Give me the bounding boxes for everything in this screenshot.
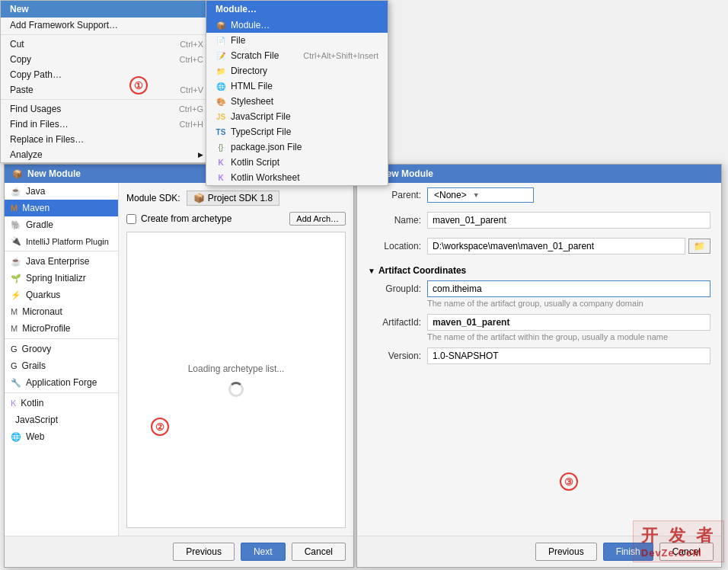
sdk-dropdown[interactable]: 📦 Project SDK 1.8 <box>187 191 279 206</box>
directory-icon: 📁 <box>216 66 226 76</box>
sdk-label: Module SDK: <box>126 193 180 203</box>
module-type-microprofile[interactable]: M MicroProfile <box>5 320 118 337</box>
artifactid-label: ArtifactId: <box>368 317 421 328</box>
menu-item-label: Analyze <box>10 149 43 160</box>
module-type-intellij-plugin[interactable]: 🔌 IntelliJ Platform Plugin <box>5 233 118 249</box>
module-type-label: Gradle <box>26 219 53 230</box>
module-type-web[interactable]: 🌐 Web <box>5 428 118 445</box>
archetype-checkbox-row: Create from archetype Add Arch… <box>126 212 346 226</box>
callout-1: ① <box>129 76 148 94</box>
submenu-item-directory[interactable]: 📁 Directory <box>206 63 388 78</box>
micronaut-icon: M <box>11 307 18 316</box>
sidebar-separator <box>5 251 118 251</box>
quarkus-icon: ⚡ <box>11 290 21 300</box>
module-type-label: Kotlin <box>21 398 43 408</box>
callout-1-text: ① <box>134 80 143 91</box>
menu-item-paste[interactable]: Paste Ctrl+V <box>1 82 212 98</box>
module-type-kotlin[interactable]: K Kotlin <box>5 395 118 411</box>
cancel-button-left[interactable]: Cancel <box>292 543 346 561</box>
menu-item-shortcut: Ctrl+X <box>180 40 203 49</box>
location-browse-button[interactable]: 📁 <box>688 239 710 254</box>
menu-item-analyze[interactable]: Analyze <box>1 147 212 162</box>
dialog-left-footer: Previous Next Cancel <box>5 536 353 567</box>
module-type-quarkus[interactable]: ⚡ Quarkus <box>5 287 118 303</box>
module-type-label: Application Forge <box>26 377 97 388</box>
submenu-header: Module… <box>206 1 388 18</box>
name-input[interactable] <box>427 212 710 229</box>
location-input[interactable] <box>427 238 685 255</box>
sdk-row: Module SDK: 📦 Project SDK 1.8 <box>126 191 346 206</box>
submenu-item-shortcut: Ctrl+Alt+Shift+Insert <box>303 51 378 60</box>
menu-item-add-framework[interactable]: Add Framework Support… <box>1 18 212 33</box>
submenu-item-html[interactable]: 🌐 HTML File <box>206 78 388 94</box>
menu-item-find-in-files[interactable]: Find in Files… Ctrl+H <box>1 117 212 132</box>
module-type-maven[interactable]: M Maven <box>5 200 118 216</box>
submenu-item-package-json[interactable]: {} package.json File <box>206 139 388 155</box>
menu-item-replace[interactable]: Replace in Files… <box>1 132 212 147</box>
previous-button-left[interactable]: Previous <box>173 543 235 561</box>
module-type-label: JavaScript <box>15 415 58 425</box>
groupid-input[interactable] <box>427 280 710 297</box>
artifact-section-header[interactable]: ▼ Artifact Coordinates <box>357 259 721 279</box>
parent-dropdown[interactable]: <None> ▼ <box>427 187 534 203</box>
submenu-item-label: File <box>231 35 245 46</box>
submenu-item-ts[interactable]: TS TypeScript File <box>206 124 388 139</box>
artifactid-hint: The name of the artifact within the grou… <box>357 332 721 341</box>
version-input[interactable] <box>427 347 710 364</box>
callout-3: ③ <box>560 472 578 491</box>
location-row: Location: 📁 <box>357 233 721 259</box>
callout-2-text: ② <box>155 421 164 433</box>
module-type-appforge[interactable]: 🔧 Application Forge <box>5 374 118 391</box>
submenu-item-kotlin-script[interactable]: K Kotlin Script <box>206 155 388 170</box>
submenu-item-scratch[interactable]: 📝 Scratch File Ctrl+Alt+Shift+Insert <box>206 48 388 63</box>
menu-item-label: Find in Files… <box>10 119 69 130</box>
menu-item-copy-path[interactable]: Copy Path… <box>1 67 212 82</box>
submenu-item-content: K Kotlin Script <box>216 157 279 168</box>
module-type-micronaut[interactable]: M Micronaut <box>5 303 118 320</box>
previous-button-right[interactable]: Previous <box>535 543 597 561</box>
module-type-java[interactable]: ☕ Java <box>5 183 118 200</box>
submenu-item-file[interactable]: 📄 File <box>206 33 388 48</box>
module-type-groovy[interactable]: G Groovy <box>5 341 118 357</box>
module-type-label: Micronaut <box>22 306 62 317</box>
module-type-label: Maven <box>22 203 49 213</box>
submenu-item-content: 📁 Directory <box>216 66 267 76</box>
menu-separator-1 <box>1 34 212 35</box>
menu-separator-2 <box>1 99 212 100</box>
intellij-icon: 🔌 <box>11 236 21 246</box>
add-archetype-button[interactable]: Add Arch… <box>289 212 346 226</box>
module-type-label: Java <box>26 186 45 197</box>
module-type-spring[interactable]: 🌱 Spring Initializr <box>5 270 118 287</box>
menu-item-find-usages[interactable]: Find Usages Ctrl+G <box>1 101 212 117</box>
gradle-icon: 🐘 <box>11 220 21 230</box>
submenu-item-module[interactable]: 📦 Module… <box>206 18 388 33</box>
module-type-gradle[interactable]: 🐘 Gradle <box>5 216 118 233</box>
microprofile-icon: M <box>11 324 18 333</box>
module-type-javascript[interactable]: JavaScript <box>5 411 118 428</box>
next-button[interactable]: Next <box>241 543 286 561</box>
module-type-grails[interactable]: G Grails <box>5 357 118 374</box>
module-icon: 📦 <box>216 20 226 30</box>
submenu-item-js[interactable]: JS JavaScript File <box>206 109 388 124</box>
module-type-label: IntelliJ Platform Plugin <box>26 237 109 246</box>
menu-item-shortcut: Ctrl+H <box>180 120 203 129</box>
menu-item-cut[interactable]: Cut Ctrl+X <box>1 37 212 52</box>
module-type-sidebar: ☕ Java M Maven 🐘 Gradle 🔌 IntelliJ Platf… <box>5 183 119 536</box>
submenu-item-kotlin-worksheet[interactable]: K Kotlin Worksheet <box>206 170 388 185</box>
html-icon: 🌐 <box>216 81 226 91</box>
context-menu-title: New <box>10 4 29 14</box>
menu-item-label: Replace in Files… <box>10 134 84 145</box>
parent-value-text: <None> <box>434 190 467 200</box>
submenu-item-label: Stylesheet <box>231 96 273 107</box>
submenu-item-stylesheet[interactable]: 🎨 Stylesheet <box>206 94 388 109</box>
submenu-item-content: 🌐 HTML File <box>216 81 273 91</box>
groupid-hint: The name of the artifact group, usually … <box>357 299 721 308</box>
archetype-checkbox[interactable] <box>126 214 136 224</box>
menu-item-copy[interactable]: Copy Ctrl+C <box>1 52 212 67</box>
menu-item-label: Add Framework Support… <box>10 20 118 30</box>
menu-item-label: Cut <box>10 39 24 50</box>
sidebar-separator-2 <box>5 338 118 339</box>
sdk-value-text: Project SDK 1.8 <box>208 193 273 203</box>
module-type-label: Groovy <box>22 344 52 354</box>
module-type-java-enterprise[interactable]: ☕ Java Enterprise <box>5 253 118 270</box>
